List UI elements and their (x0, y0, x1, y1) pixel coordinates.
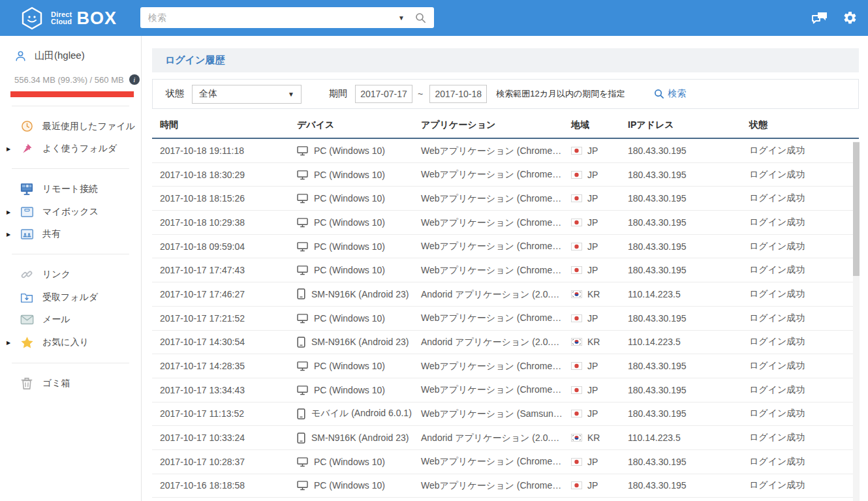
search-scope-dropdown-caret-icon[interactable]: ▼ (398, 14, 405, 22)
japan-flag-icon (571, 171, 582, 179)
hexagon-smiley-logo-icon (20, 6, 44, 31)
select-caret-icon: ▼ (288, 91, 294, 98)
cell-time: 2017-10-17 11:13:52 (152, 408, 289, 419)
expand-arrow-icon[interactable]: ▶ (7, 232, 10, 237)
cell-status: ログイン成功 (741, 192, 859, 204)
sidebar-item-favorites[interactable]: ▶ お気に入り (0, 331, 141, 354)
sidebar-item-remote-connect[interactable]: リモート接続 (0, 177, 141, 201)
date-from-value: 2017-07-17 (360, 89, 407, 99)
global-search-box: ▼ (140, 7, 434, 28)
search-icon[interactable] (415, 12, 426, 23)
cell-application: Andorid アプリケーション (2.0.15) (413, 330, 563, 354)
table-scrollbar-track[interactable] (853, 142, 860, 501)
main-content: ログイン履歴 状態 全体 ▼ 期間 2017-07-17 ~ 2017-10-1… (142, 36, 868, 501)
settings-gear-icon[interactable] (843, 10, 858, 25)
cell-ip-address: 180.43.30.195 (620, 480, 741, 491)
cell-ip-address: 110.14.223.5 (620, 289, 741, 299)
table-body: 2017-10-18 19:11:18 PC (Windows 10) Webア… (152, 139, 859, 498)
cell-status: ログイン成功 (741, 217, 859, 228)
cell-time: 2017-10-17 10:28:37 (152, 457, 289, 467)
brand-box: BOX (76, 10, 117, 27)
cell-ip-address: 180.43.30.195 (620, 408, 741, 419)
remote-monitor-icon (20, 183, 34, 196)
table-row: 2017-10-18 19:11:18 PC (Windows 10) Webア… (152, 139, 859, 163)
device-name: モバイル (Android 6.0.1) (311, 408, 412, 419)
smartphone-icon (297, 337, 305, 348)
cell-application: Webアプリケーション (Chrome 61.0) (413, 449, 563, 474)
korea-flag-icon (571, 338, 582, 346)
region-code: JP (587, 265, 598, 275)
japan-flag-icon (571, 194, 582, 202)
sidebar-item-trash[interactable]: ゴミ箱 (0, 372, 141, 395)
cell-device: PC (Windows 10) (289, 170, 413, 180)
cell-status: ログイン成功 (741, 169, 859, 181)
cell-time: 2017-10-18 18:30:29 (152, 170, 289, 180)
cell-ip-address: 180.43.30.195 (620, 193, 741, 204)
storage-usage-text: 556.34 MB (99.3%) / 560 MB (14, 75, 124, 85)
cell-device: モバイル (Android 6.0.1) (289, 408, 413, 419)
cell-region: JP (563, 265, 620, 275)
sidebar-item-label: リンク (42, 269, 70, 281)
cell-time: 2017-10-17 17:47:43 (152, 265, 289, 275)
device-name: SM-N916K (Android 23) (311, 337, 409, 347)
cell-time: 2017-10-17 13:34:43 (152, 385, 289, 395)
status-filter-label: 状態 (166, 88, 184, 100)
search-input[interactable] (140, 12, 398, 23)
device-name: PC (Windows 10) (314, 385, 385, 395)
sidebar-item-label: お気に入り (42, 337, 89, 348)
info-icon[interactable]: i (129, 74, 140, 85)
pc-monitor-icon (297, 457, 308, 467)
cell-device: PC (Windows 10) (289, 457, 413, 467)
cell-region: JP (563, 145, 620, 156)
expand-arrow-icon[interactable]: ▶ (7, 209, 10, 215)
cell-status: ログイン成功 (741, 336, 859, 348)
expand-arrow-icon[interactable]: ▶ (7, 146, 10, 152)
cell-status: ログイン成功 (741, 479, 859, 491)
sidebar-item-label: マイボックス (42, 206, 99, 218)
sidebar-item-receive-folder[interactable]: 受取フォルダ (0, 286, 141, 309)
pc-monitor-icon (297, 217, 308, 228)
region-code: KR (587, 289, 600, 299)
sidebar-item-mybox[interactable]: ▶ マイボックス (0, 201, 141, 223)
column-header-status: 状態 (741, 119, 859, 131)
sidebar-item-recent-files[interactable]: 最近使用したファイル (0, 115, 141, 138)
japan-flag-icon (571, 147, 582, 155)
cell-application: Andorid アプリケーション (2.0.15) (413, 426, 563, 450)
sidebar-item-frequent-folders[interactable]: ▶ よく使うフォルダ (0, 138, 141, 160)
expand-arrow-icon[interactable]: ▶ (7, 340, 10, 346)
region-code: KR (587, 337, 600, 347)
sidebar-item-share[interactable]: ▶ 共有 (0, 223, 141, 245)
cell-device: SM-N916K (Android 23) (289, 288, 413, 299)
cell-time: 2017-10-17 17:21:52 (152, 313, 289, 324)
cell-device: PC (Windows 10) (289, 193, 413, 204)
clock-icon (20, 120, 34, 132)
messages-icon[interactable] (811, 11, 828, 25)
app-logo[interactable]: DirectCloud BOX (20, 6, 117, 31)
cell-time: 2017-10-18 19:11:18 (152, 145, 289, 156)
status-select[interactable]: 全体 ▼ (192, 85, 302, 104)
search-button[interactable]: 検索 (654, 88, 687, 100)
region-code: JP (587, 170, 598, 180)
date-from-input[interactable]: 2017-07-17 (355, 85, 412, 103)
period-filter-label: 期間 (329, 88, 347, 100)
table-scrollbar-thumb[interactable] (853, 142, 860, 276)
region-code: JP (587, 385, 598, 395)
sidebar-item-label: 受取フォルダ (42, 292, 98, 303)
table-row: 2017-10-17 13:34:43 PC (Windows 10) Webア… (152, 378, 859, 402)
sidebar-item-link[interactable]: リンク (0, 263, 141, 286)
cell-ip-address: 180.43.30.195 (620, 217, 741, 228)
device-name: SM-N916K (Android 23) (311, 433, 409, 443)
date-to-input[interactable]: 2017-10-18 (429, 85, 487, 103)
cell-time: 2017-10-18 09:59:04 (152, 241, 289, 252)
cell-ip-address: 180.43.30.195 (620, 457, 741, 467)
cell-region: KR (563, 433, 620, 443)
cell-status: ログイン成功 (741, 408, 859, 419)
sidebar-item-mail[interactable]: メール (0, 309, 141, 331)
pc-monitor-icon (297, 145, 308, 156)
user-name: 山田(hglee) (35, 50, 85, 62)
region-code: JP (587, 457, 598, 467)
japan-flag-icon (571, 362, 582, 370)
japan-flag-icon (571, 386, 582, 394)
brand-line2: Cloud (51, 18, 72, 25)
table-row: 2017-10-17 17:21:52 PC (Windows 10) Webア… (152, 307, 859, 331)
